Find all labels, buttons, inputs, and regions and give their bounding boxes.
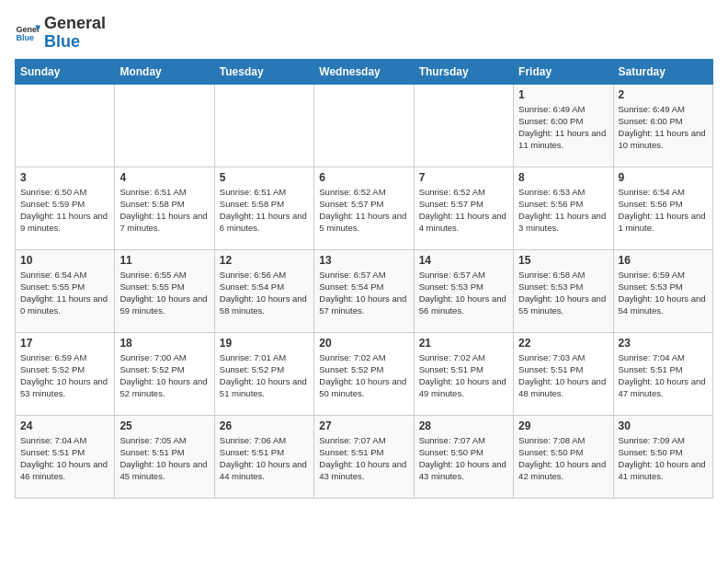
cell-info: Sunrise: 6:49 AM Sunset: 6:00 PM Dayligh… xyxy=(619,103,708,152)
header-row: SundayMondayTuesdayWednesdayThursdayFrid… xyxy=(16,59,713,84)
day-number: 8 xyxy=(518,171,608,184)
header-day-sunday: Sunday xyxy=(16,59,115,84)
cell-info: Sunrise: 7:07 AM Sunset: 5:51 PM Dayligh… xyxy=(319,434,408,483)
day-number: 3 xyxy=(20,171,109,184)
day-number: 13 xyxy=(319,254,408,267)
header-day-saturday: Saturday xyxy=(613,59,712,84)
cell-info: Sunrise: 7:09 AM Sunset: 5:50 PM Dayligh… xyxy=(619,434,708,483)
page-header: General Blue GeneralBlue xyxy=(15,15,713,52)
calendar-cell: 7Sunrise: 6:52 AM Sunset: 5:57 PM Daylig… xyxy=(414,167,513,249)
cell-info: Sunrise: 7:00 AM Sunset: 5:52 PM Dayligh… xyxy=(119,351,209,400)
cell-info: Sunrise: 6:57 AM Sunset: 5:54 PM Dayligh… xyxy=(319,269,408,317)
day-number: 12 xyxy=(220,254,309,267)
calendar-cell: 4Sunrise: 6:51 AM Sunset: 5:58 PM Daylig… xyxy=(115,167,214,249)
cell-info: Sunrise: 7:05 AM Sunset: 5:51 PM Dayligh… xyxy=(119,434,209,483)
cell-info: Sunrise: 6:56 AM Sunset: 5:54 PM Dayligh… xyxy=(220,269,309,317)
calendar-cell: 19Sunrise: 7:01 AM Sunset: 5:52 PM Dayli… xyxy=(214,332,313,415)
calendar-cell: 26Sunrise: 7:06 AM Sunset: 5:51 PM Dayli… xyxy=(214,415,313,498)
cell-info: Sunrise: 6:55 AM Sunset: 5:55 PM Dayligh… xyxy=(119,269,209,317)
cell-info: Sunrise: 7:04 AM Sunset: 5:51 PM Dayligh… xyxy=(20,434,109,483)
cell-info: Sunrise: 7:02 AM Sunset: 5:52 PM Dayligh… xyxy=(319,351,408,400)
calendar-cell: 3Sunrise: 6:50 AM Sunset: 5:59 PM Daylig… xyxy=(16,167,115,249)
day-number: 20 xyxy=(319,337,408,350)
day-number: 27 xyxy=(319,419,408,432)
calendar-table: SundayMondayTuesdayWednesdayThursdayFrid… xyxy=(15,59,713,499)
calendar-cell xyxy=(314,84,414,167)
cell-info: Sunrise: 7:06 AM Sunset: 5:51 PM Dayligh… xyxy=(220,434,309,483)
cell-info: Sunrise: 6:57 AM Sunset: 5:53 PM Dayligh… xyxy=(419,269,508,317)
day-number: 9 xyxy=(619,171,708,184)
cell-info: Sunrise: 7:07 AM Sunset: 5:50 PM Dayligh… xyxy=(419,434,508,483)
calendar-cell: 28Sunrise: 7:07 AM Sunset: 5:50 PM Dayli… xyxy=(414,415,513,498)
calendar-cell xyxy=(115,84,214,167)
calendar-cell: 2Sunrise: 6:49 AM Sunset: 6:00 PM Daylig… xyxy=(613,84,712,167)
calendar-cell: 27Sunrise: 7:07 AM Sunset: 5:51 PM Dayli… xyxy=(314,415,414,498)
calendar-cell: 21Sunrise: 7:02 AM Sunset: 5:51 PM Dayli… xyxy=(414,332,513,415)
day-number: 17 xyxy=(20,337,109,350)
cell-info: Sunrise: 6:49 AM Sunset: 6:00 PM Dayligh… xyxy=(518,103,608,152)
week-row-5: 24Sunrise: 7:04 AM Sunset: 5:51 PM Dayli… xyxy=(16,415,713,498)
day-number: 11 xyxy=(119,254,209,267)
header-day-friday: Friday xyxy=(514,59,613,84)
cell-info: Sunrise: 6:58 AM Sunset: 5:53 PM Dayligh… xyxy=(518,269,608,317)
day-number: 5 xyxy=(220,171,309,184)
week-row-1: 1Sunrise: 6:49 AM Sunset: 6:00 PM Daylig… xyxy=(16,84,713,167)
cell-info: Sunrise: 6:50 AM Sunset: 5:59 PM Dayligh… xyxy=(20,186,109,235)
calendar-cell: 8Sunrise: 6:53 AM Sunset: 5:56 PM Daylig… xyxy=(514,167,613,249)
calendar-cell: 15Sunrise: 6:58 AM Sunset: 5:53 PM Dayli… xyxy=(514,249,613,332)
logo-text: GeneralBlue xyxy=(44,15,106,52)
calendar-cell: 16Sunrise: 6:59 AM Sunset: 5:53 PM Dayli… xyxy=(613,249,712,332)
week-row-4: 17Sunrise: 6:59 AM Sunset: 5:52 PM Dayli… xyxy=(16,332,713,415)
calendar-cell: 25Sunrise: 7:05 AM Sunset: 5:51 PM Dayli… xyxy=(115,415,214,498)
calendar-cell: 18Sunrise: 7:00 AM Sunset: 5:52 PM Dayli… xyxy=(115,332,214,415)
cell-info: Sunrise: 6:53 AM Sunset: 5:56 PM Dayligh… xyxy=(518,186,608,235)
cell-info: Sunrise: 7:04 AM Sunset: 5:51 PM Dayligh… xyxy=(619,351,708,400)
day-number: 10 xyxy=(20,254,109,267)
cell-info: Sunrise: 7:03 AM Sunset: 5:51 PM Dayligh… xyxy=(518,351,608,400)
logo-icon: General Blue xyxy=(15,20,40,46)
logo: General Blue GeneralBlue xyxy=(15,15,106,52)
day-number: 23 xyxy=(619,337,708,350)
day-number: 26 xyxy=(220,419,309,432)
header-day-thursday: Thursday xyxy=(414,59,513,84)
calendar-cell: 13Sunrise: 6:57 AM Sunset: 5:54 PM Dayli… xyxy=(314,249,414,332)
calendar-cell: 14Sunrise: 6:57 AM Sunset: 5:53 PM Dayli… xyxy=(414,249,513,332)
day-number: 7 xyxy=(419,171,508,184)
cell-info: Sunrise: 6:59 AM Sunset: 5:52 PM Dayligh… xyxy=(20,351,109,400)
svg-text:Blue: Blue xyxy=(16,33,34,42)
header-day-monday: Monday xyxy=(115,59,214,84)
day-number: 15 xyxy=(518,254,608,267)
day-number: 6 xyxy=(319,171,408,184)
week-row-3: 10Sunrise: 6:54 AM Sunset: 5:55 PM Dayli… xyxy=(16,249,713,332)
week-row-2: 3Sunrise: 6:50 AM Sunset: 5:59 PM Daylig… xyxy=(16,167,713,249)
calendar-cell: 1Sunrise: 6:49 AM Sunset: 6:00 PM Daylig… xyxy=(514,84,613,167)
day-number: 16 xyxy=(619,254,708,267)
cell-info: Sunrise: 7:08 AM Sunset: 5:50 PM Dayligh… xyxy=(518,434,608,483)
calendar-cell: 5Sunrise: 6:51 AM Sunset: 5:58 PM Daylig… xyxy=(214,167,313,249)
cell-info: Sunrise: 6:52 AM Sunset: 5:57 PM Dayligh… xyxy=(319,186,408,235)
cell-info: Sunrise: 6:51 AM Sunset: 5:58 PM Dayligh… xyxy=(119,186,209,235)
day-number: 19 xyxy=(220,337,309,350)
day-number: 18 xyxy=(119,337,209,350)
calendar-cell: 22Sunrise: 7:03 AM Sunset: 5:51 PM Dayli… xyxy=(514,332,613,415)
calendar-cell xyxy=(414,84,513,167)
header-day-tuesday: Tuesday xyxy=(214,59,313,84)
calendar-cell: 23Sunrise: 7:04 AM Sunset: 5:51 PM Dayli… xyxy=(613,332,712,415)
day-number: 21 xyxy=(419,337,508,350)
cell-info: Sunrise: 7:01 AM Sunset: 5:52 PM Dayligh… xyxy=(220,351,309,400)
day-number: 14 xyxy=(419,254,508,267)
cell-info: Sunrise: 6:54 AM Sunset: 5:56 PM Dayligh… xyxy=(619,186,708,235)
day-number: 22 xyxy=(518,337,608,350)
day-number: 29 xyxy=(518,419,608,432)
day-number: 4 xyxy=(119,171,209,184)
calendar-cell: 9Sunrise: 6:54 AM Sunset: 5:56 PM Daylig… xyxy=(613,167,712,249)
cell-info: Sunrise: 7:02 AM Sunset: 5:51 PM Dayligh… xyxy=(419,351,508,400)
calendar-cell: 10Sunrise: 6:54 AM Sunset: 5:55 PM Dayli… xyxy=(16,249,115,332)
calendar-cell xyxy=(16,84,115,167)
day-number: 1 xyxy=(518,88,608,101)
day-number: 30 xyxy=(619,419,708,432)
calendar-cell xyxy=(214,84,313,167)
header-day-wednesday: Wednesday xyxy=(314,59,414,84)
day-number: 28 xyxy=(419,419,508,432)
cell-info: Sunrise: 6:54 AM Sunset: 5:55 PM Dayligh… xyxy=(20,269,109,317)
